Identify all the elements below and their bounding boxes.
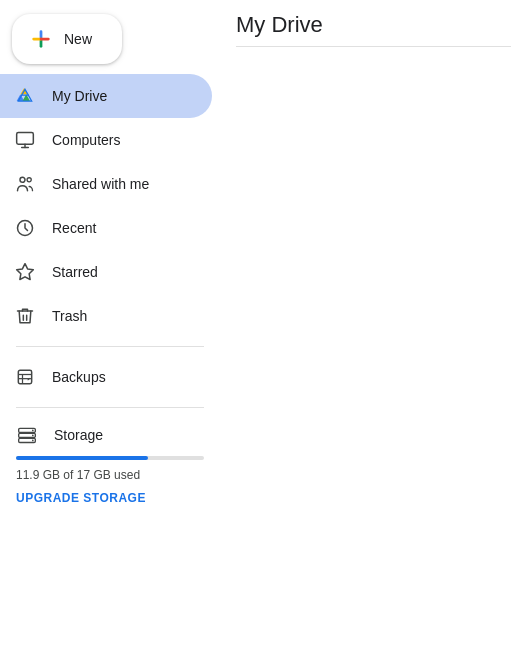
svg-rect-11 bbox=[18, 370, 31, 383]
new-button[interactable]: New bbox=[12, 14, 122, 64]
sidebar-item-trash-label: Trash bbox=[52, 308, 87, 324]
sidebar-item-starred-label: Starred bbox=[52, 264, 98, 280]
svg-marker-10 bbox=[17, 264, 34, 280]
svg-point-7 bbox=[20, 177, 25, 182]
sidebar-item-shared-with-me[interactable]: Shared with me bbox=[0, 162, 212, 206]
sidebar-item-computers[interactable]: Computers bbox=[0, 118, 212, 162]
svg-point-18 bbox=[32, 430, 34, 432]
trash-icon bbox=[14, 305, 36, 327]
sidebar-item-backups-label: Backups bbox=[52, 369, 106, 385]
star-icon bbox=[14, 261, 36, 283]
divider-1 bbox=[16, 346, 204, 347]
sidebar-item-recent-label: Recent bbox=[52, 220, 96, 236]
sidebar-item-trash[interactable]: Trash bbox=[0, 294, 212, 338]
storage-section: Storage 11.9 GB of 17 GB used UPGRADE ST… bbox=[0, 416, 220, 514]
storage-bar-container bbox=[16, 456, 204, 460]
sidebar-item-backups[interactable]: Backups bbox=[0, 355, 212, 399]
svg-point-20 bbox=[32, 440, 34, 442]
storage-label-row: Storage bbox=[16, 424, 204, 446]
storage-icon bbox=[16, 424, 38, 446]
sidebar-item-shared-with-me-label: Shared with me bbox=[52, 176, 149, 192]
drive-icon bbox=[14, 85, 36, 107]
backup-icon bbox=[14, 366, 36, 388]
svg-point-19 bbox=[32, 435, 34, 437]
storage-title: Storage bbox=[54, 427, 103, 443]
main-content: My Drive bbox=[220, 0, 527, 649]
sidebar-item-computers-label: Computers bbox=[52, 132, 120, 148]
sidebar: New My Drive Computers bbox=[0, 0, 220, 649]
storage-bar-fill bbox=[16, 456, 148, 460]
sidebar-item-my-drive-label: My Drive bbox=[52, 88, 107, 104]
people-icon bbox=[14, 173, 36, 195]
upgrade-storage-link[interactable]: UPGRADE STORAGE bbox=[16, 491, 146, 505]
svg-rect-4 bbox=[17, 133, 34, 145]
storage-used-text: 11.9 GB of 17 GB used bbox=[16, 468, 204, 482]
page-title: My Drive bbox=[236, 12, 511, 47]
new-button-label: New bbox=[64, 31, 92, 47]
plus-icon bbox=[30, 28, 52, 50]
svg-point-8 bbox=[27, 178, 31, 182]
clock-icon bbox=[14, 217, 36, 239]
sidebar-item-my-drive[interactable]: My Drive bbox=[0, 74, 212, 118]
computer-icon bbox=[14, 129, 36, 151]
sidebar-item-recent[interactable]: Recent bbox=[0, 206, 212, 250]
sidebar-item-starred[interactable]: Starred bbox=[0, 250, 212, 294]
divider-2 bbox=[16, 407, 204, 408]
